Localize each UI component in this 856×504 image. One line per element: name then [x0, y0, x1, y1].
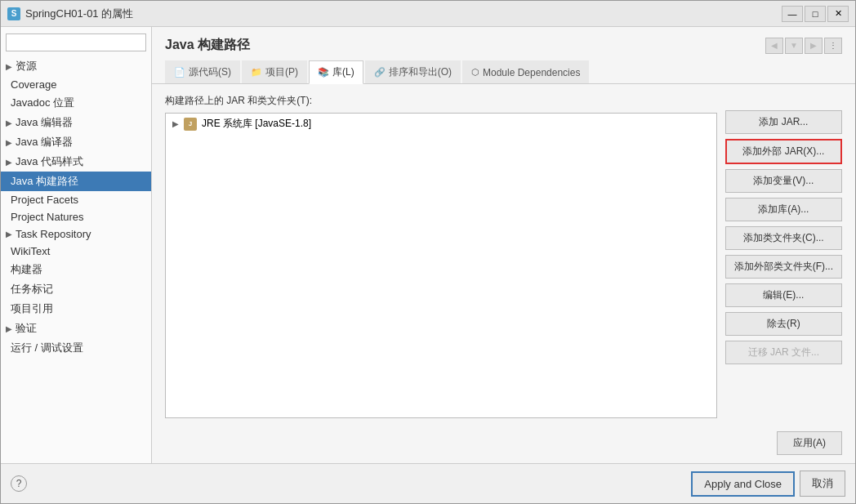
action-btn-5[interactable]: 添加外部类文件夹(F)...: [725, 255, 842, 279]
tab-label-0: 源代码(S): [189, 65, 231, 79]
title-bar: S SpringCH01-01 的属性 — □ ✕: [1, 1, 855, 27]
classpath-item-label: JRE 系统库 [JavaSE-1.8]: [202, 117, 311, 131]
sidebar-arrow-icon: ▶: [6, 62, 12, 71]
sidebar-item-label: Java 代码样式: [16, 154, 83, 169]
nav-forward-button[interactable]: ▶: [805, 38, 823, 54]
tab-icon-0: 📄: [174, 67, 185, 78]
tab-3[interactable]: 🔗排序和导出(O): [365, 60, 461, 83]
sidebar-item-11[interactable]: 构建器: [1, 260, 151, 279]
close-button[interactable]: ✕: [827, 6, 849, 22]
title-bar-left: S SpringCH01-01 的属性: [7, 7, 133, 21]
sidebar-search-input[interactable]: [6, 33, 146, 51]
app-icon: S: [7, 7, 20, 20]
classpath-item-0[interactable]: ▶JJRE 系统库 [JavaSE-1.8]: [166, 114, 716, 134]
tab-icon-3: 🔗: [374, 67, 386, 78]
sidebar-arrow-icon: ▶: [6, 324, 12, 333]
tab-icon-4: ⬡: [471, 67, 479, 78]
classpath-section: 构建路径上的 JAR 和类文件夹(T): ▶JJRE 系统库 [JavaSE-1…: [165, 94, 717, 418]
buttons-panel: 添加 JAR...添加外部 JAR(X)...添加变量(V)...添加库(A).…: [725, 94, 842, 418]
sidebar-item-0[interactable]: ▶资源: [1, 56, 151, 76]
content-footer: 应用(A): [152, 428, 855, 463]
classpath-list[interactable]: ▶JJRE 系统库 [JavaSE-1.8]: [165, 113, 717, 418]
tab-0[interactable]: 📄源代码(S): [165, 60, 240, 83]
help-icon[interactable]: ?: [11, 475, 27, 492]
title-controls: — □ ✕: [782, 6, 849, 22]
sidebar-arrow-icon: ▶: [6, 158, 12, 167]
nav-back-button[interactable]: ◀: [765, 38, 783, 54]
action-btn-0[interactable]: 添加 JAR...: [725, 110, 842, 134]
sidebar-items: ▶资源CoverageJavadoc 位置▶Java 编辑器▶Java 编译器▶…: [1, 56, 151, 358]
apply-button[interactable]: 应用(A): [777, 431, 842, 455]
maximize-button[interactable]: □: [805, 6, 826, 22]
sidebar-item-label: Java 构建路径: [11, 174, 78, 189]
tab-icon-2: 📚: [318, 67, 329, 78]
sidebar-item-5[interactable]: ▶Java 代码样式: [1, 152, 151, 172]
sidebar-item-label: Javadoc 位置: [11, 96, 74, 110]
sidebar-item-label: Project Facets: [11, 194, 78, 206]
window-title: SpringCH01-01 的属性: [25, 7, 133, 21]
nav-arrows: ◀ ▼ ▶ ⋮: [765, 38, 842, 54]
tab-2[interactable]: 📚库(L): [309, 60, 363, 84]
bottom-bar: ? Apply and Close 取消: [1, 463, 855, 503]
tab-label-3: 排序和导出(O): [389, 65, 452, 79]
sidebar-arrow-icon: ▶: [6, 230, 12, 239]
sidebar-arrow-icon: ▶: [6, 118, 12, 127]
sidebar-item-label: 项目引用: [11, 301, 53, 316]
sidebar-item-9[interactable]: ▶Task Repository: [1, 225, 151, 243]
tabs-bar: 📄源代码(S)📁项目(P)📚库(L)🔗排序和导出(O)⬡Module Depen…: [152, 60, 855, 84]
sidebar-item-label: 验证: [16, 321, 37, 336]
sidebar-item-label: WikiText: [11, 245, 50, 257]
main-content: ▶资源CoverageJavadoc 位置▶Java 编辑器▶Java 编译器▶…: [1, 27, 855, 463]
cancel-button[interactable]: 取消: [800, 471, 845, 497]
content-area: Java 构建路径 ◀ ▼ ▶ ⋮ 📄源代码(S)📁项目(P)📚库(L)🔗排序和…: [152, 27, 855, 463]
tab-label-4: Module Dependencies: [483, 67, 580, 78]
sidebar-item-8[interactable]: Project Natures: [1, 208, 151, 225]
action-btn-7[interactable]: 除去(R): [725, 312, 842, 336]
tab-label-2: 库(L): [332, 65, 354, 79]
sidebar-item-15[interactable]: 运行 / 调试设置: [1, 338, 151, 358]
sidebar-item-7[interactable]: Project Facets: [1, 191, 151, 208]
sidebar-item-label: 资源: [16, 59, 37, 74]
sidebar-item-2[interactable]: Javadoc 位置: [1, 93, 151, 113]
sidebar: ▶资源CoverageJavadoc 位置▶Java 编辑器▶Java 编译器▶…: [1, 27, 152, 463]
jre-icon: J: [184, 118, 197, 131]
action-btn-6[interactable]: 编辑(E)...: [725, 283, 842, 307]
bottom-right: Apply and Close 取消: [691, 471, 845, 497]
minimize-button[interactable]: —: [782, 6, 803, 22]
classpath-label: 构建路径上的 JAR 和类文件夹(T):: [165, 94, 717, 108]
sidebar-item-10[interactable]: WikiText: [1, 243, 151, 260]
sidebar-item-label: 运行 / 调试设置: [11, 341, 83, 355]
tab-4[interactable]: ⬡Module Dependencies: [462, 60, 589, 83]
sidebar-item-13[interactable]: 项目引用: [1, 299, 151, 319]
sidebar-arrow-icon: ▶: [6, 138, 12, 147]
content-body: 构建路径上的 JAR 和类文件夹(T): ▶JJRE 系统库 [JavaSE-1…: [152, 84, 855, 428]
sidebar-item-4[interactable]: ▶Java 编译器: [1, 132, 151, 152]
action-btn-8: 迁移 JAR 文件...: [725, 341, 842, 364]
action-btn-1[interactable]: 添加外部 JAR(X)...: [725, 139, 842, 164]
sidebar-item-label: Java 编译器: [16, 135, 73, 149]
nav-more-button[interactable]: ⋮: [824, 38, 842, 54]
apply-close-button[interactable]: Apply and Close: [691, 471, 795, 497]
content-title: Java 构建路径: [165, 37, 250, 54]
sidebar-item-6[interactable]: Java 构建路径: [1, 172, 151, 191]
action-btn-2[interactable]: 添加变量(V)...: [725, 169, 842, 193]
action-btn-3[interactable]: 添加库(A)...: [725, 198, 842, 221]
bottom-left: ?: [11, 475, 27, 492]
sidebar-item-label: Java 编辑器: [16, 115, 73, 130]
tab-icon-1: 📁: [251, 67, 262, 78]
sidebar-item-label: Project Natures: [11, 211, 84, 223]
sidebar-item-label: 任务标记: [11, 282, 53, 297]
sidebar-item-label: 构建器: [11, 262, 42, 277]
action-btn-4[interactable]: 添加类文件夹(C)...: [725, 226, 842, 250]
sidebar-item-14[interactable]: ▶验证: [1, 319, 151, 338]
sidebar-item-12[interactable]: 任务标记: [1, 279, 151, 299]
sidebar-item-1[interactable]: Coverage: [1, 76, 151, 93]
tab-1[interactable]: 📁项目(P): [242, 60, 307, 83]
properties-window: S SpringCH01-01 的属性 — □ ✕ ▶资源CoverageJav…: [0, 0, 856, 504]
tab-label-1: 项目(P): [265, 65, 298, 79]
sidebar-item-label: Coverage: [11, 78, 56, 91]
nav-dropdown-button[interactable]: ▼: [785, 38, 803, 54]
sidebar-item-label: Task Repository: [16, 228, 91, 240]
sidebar-item-3[interactable]: ▶Java 编辑器: [1, 113, 151, 132]
expand-arrow-icon: ▶: [172, 119, 179, 128]
